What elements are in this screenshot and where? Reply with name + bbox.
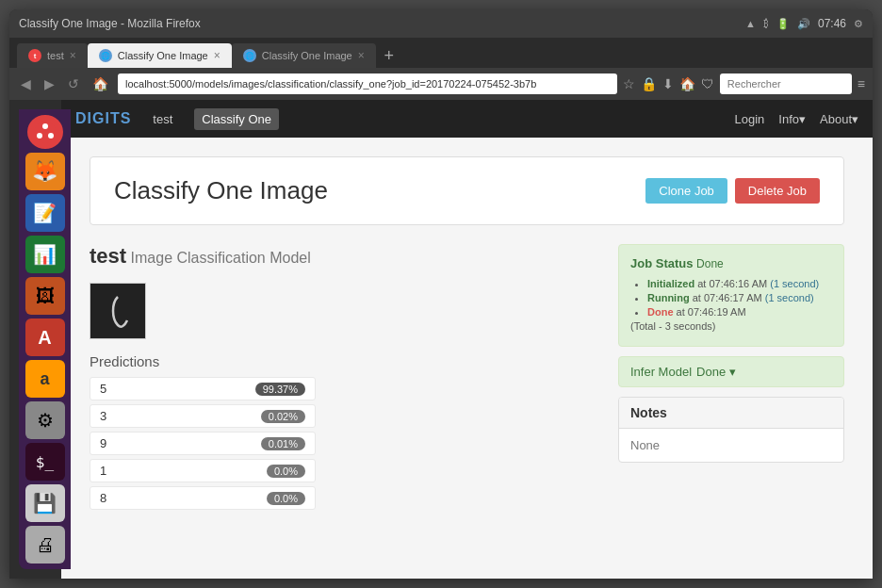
nav-link-test[interactable]: test [145,108,180,130]
volume-icon: 🔊 [797,18,810,30]
home2-icon[interactable]: 🏠 [679,76,695,91]
tab-test-favicon: t [28,49,41,62]
predictions-section: Predictions 5 99.37% 3 0.02% [90,353,599,510]
app-brand[interactable]: DIGITS [75,110,131,127]
sidebar-icon-files[interactable]: 💾 [25,484,65,522]
digit-image [99,287,137,335]
infer-model-button[interactable]: Infer Model Done ▾ [618,356,844,387]
tab-classify1[interactable]: 🌐 Classify One Image × [88,43,232,68]
new-tab-button[interactable]: + [376,43,402,68]
nav-info[interactable]: Info▾ [778,112,806,126]
sidebar-icon-firefox[interactable]: 🦊 [25,153,65,190]
prediction-row-2: 9 0.01% [90,432,316,455]
page-title: Classify One Image [114,176,328,205]
titlebar: Classify One Image - Mozilla Firefox ▲ ₿… [9,9,873,38]
sidebar-icon-amazon[interactable]: a [25,360,65,398]
notes-body: None [619,429,843,462]
settings-icon[interactable]: ⚙ [854,18,863,30]
notes-header: Notes [619,398,843,429]
sidebar: 🦊 📝 📊 🖼 A a ⚙ $_ [19,109,71,569]
refresh-button[interactable]: ↺ [64,74,83,93]
home-button[interactable]: 🏠 [89,74,112,93]
sidebar-icon-settings[interactable]: ⚙ [25,401,65,439]
job-log-done: Done at 07:46:19 AM [647,306,832,318]
left-panel: test Image Classification Model [90,244,599,514]
pred-value-4: 0.0% [267,492,305,505]
predictions-title: Predictions [90,353,599,369]
sidebar-icon-printer[interactable]: 🖨 [25,526,65,564]
tab-classify2-label: Classify One Image [262,50,352,61]
tab-test-label: test [47,50,64,61]
pred-label-1: 3 [100,409,261,423]
model-name: test [90,244,126,268]
page-content: Classify One Image Clone Job Delete Job … [61,138,873,532]
job-log-running: Running at 07:46:17 AM (1 second) [647,292,832,303]
prediction-row-0: 5 99.37% [90,377,316,400]
pred-value-2: 0.01% [261,437,305,450]
pred-label-0: 5 [100,382,255,396]
delete-job-button[interactable]: Delete Job [735,178,820,204]
download-icon[interactable]: ⬇ [662,76,674,91]
clone-job-button[interactable]: Clone Job [645,178,727,204]
pred-label-4: 8 [100,491,267,505]
pred-value-3: 0.0% [267,465,305,478]
job-status-card: Job Status Done Initialized at 07:46:16 … [618,244,844,347]
battery-icon: 🔋 [776,18,790,30]
job-status-title: Job Status Done [630,256,832,270]
header-buttons: Clone Job Delete Job [645,178,820,204]
sidebar-icon-terminal[interactable]: $_ [25,443,65,481]
nav-about[interactable]: About▾ [820,112,858,126]
model-title: test Image Classification Model [90,244,599,269]
prediction-row-4: 8 0.0% [90,486,316,510]
wifi-icon: ▲ [745,18,756,29]
tab-test[interactable]: t test × [17,43,88,68]
log-link-initialized: Initialized [647,278,694,289]
forward-button[interactable]: ▶ [41,74,58,93]
sidebar-icon-font[interactable]: A [25,318,65,356]
job-log: Initialized at 07:46:16 AM (1 second) Ru… [630,278,832,332]
svg-point-3 [48,133,54,139]
right-panel: Job Status Done Initialized at 07:46:16 … [618,244,844,514]
tab-classify2[interactable]: 🌐 Classify One Image × [232,43,376,68]
tab-test-close[interactable]: × [70,49,76,62]
page-header-box: Classify One Image Clone Job Delete Job [90,156,844,225]
nav-right: Login Info▾ About▾ [735,112,858,126]
pred-label-2: 9 [100,436,261,450]
prediction-row-3: 1 0.0% [90,459,316,482]
job-log-total: (Total - 3 seconds) [630,320,832,332]
infer-model-status: Done ▾ [696,365,736,379]
tab-classify2-close[interactable]: × [358,49,365,62]
url-input[interactable] [118,74,617,94]
nav-login[interactable]: Login [735,112,765,126]
pred-value-1: 0.02% [261,410,305,423]
prediction-row-1: 3 0.02% [90,404,316,428]
tab-classify1-close[interactable]: × [214,49,220,62]
job-status-badge: Done [696,257,724,270]
svg-point-2 [37,133,42,139]
bookmark-icon[interactable]: ☆ [623,76,635,91]
tab-classify1-favicon: 🌐 [99,49,112,62]
pred-value-0: 99.37% [255,383,305,396]
window-title: Classify One Image - Mozilla Firefox [19,17,745,30]
log-link-running: Running [647,292,690,303]
sidebar-icon-impress[interactable]: 🖼 [25,277,65,315]
secure-icon[interactable]: 🔒 [641,76,657,91]
log-link-done: Done [647,306,674,318]
sidebar-icon-ubuntu[interactable] [27,115,63,149]
bluetooth-icon: ₿ [763,18,769,29]
search-input[interactable] [720,74,852,94]
pred-label-3: 1 [100,464,267,478]
menu-icon[interactable]: ≡ [858,76,865,91]
nav-link-classify[interactable]: Classify One [194,108,279,130]
clock: 07:46 [818,17,846,30]
sidebar-icon-writer[interactable]: 📝 [25,194,65,232]
notes-card: Notes None [618,397,844,463]
browser-content: Classify One Image Clone Job Delete Job … [61,138,873,579]
model-type: Image Classification Model [131,250,311,266]
shield-icon[interactable]: 🛡 [701,76,714,91]
sidebar-icon-calc[interactable]: 📊 [25,236,65,273]
job-log-initialized: Initialized at 07:46:16 AM (1 second) [647,278,832,289]
app-navbar: DIGITS test Classify One Login Info▾ Abo… [61,100,873,138]
tab-classify2-favicon: 🌐 [243,49,256,62]
back-button[interactable]: ◀ [17,74,35,93]
